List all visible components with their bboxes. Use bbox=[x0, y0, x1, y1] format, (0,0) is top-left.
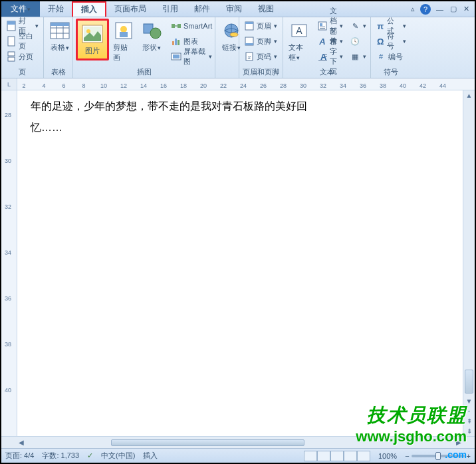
svg-rect-24 bbox=[178, 40, 179, 45]
textbox-button[interactable]: A 文本框▾ bbox=[286, 19, 312, 64]
svg-rect-26 bbox=[173, 55, 179, 58]
table-button[interactable]: 表格▾ bbox=[47, 19, 73, 54]
group-headerfooter: 页眉▾ 页脚▾ #页码▾ 页眉和页脚 bbox=[239, 17, 283, 78]
scroll-right-icon[interactable]: ▶ bbox=[455, 437, 463, 447]
chart-icon bbox=[171, 36, 181, 47]
svg-rect-23 bbox=[175, 39, 177, 45]
clipart-button[interactable]: 剪贴画 bbox=[110, 19, 137, 64]
group-symbols: π公式▾ Ω符号▾ #编号 符号 bbox=[371, 17, 411, 78]
browse-object-icon[interactable]: ◦ bbox=[467, 406, 472, 416]
dropcap-button[interactable]: A首字下沉▾ bbox=[315, 49, 345, 64]
window-minimize-icon[interactable]: — bbox=[435, 5, 445, 13]
ruler-horizontal[interactable]: L 24681012141618202224262830323436384042… bbox=[1, 78, 475, 90]
svg-rect-1 bbox=[7, 21, 15, 25]
scrollbar-horizontal-row: ◀ ▶ bbox=[1, 436, 475, 448]
prev-page-icon[interactable]: ⇞ bbox=[465, 416, 473, 426]
view-print-layout[interactable] bbox=[304, 451, 317, 461]
scroll-thumb-v[interactable] bbox=[465, 370, 473, 394]
svg-rect-22 bbox=[172, 41, 174, 45]
blank-page-button[interactable]: 空白页 bbox=[4, 34, 41, 49]
pagenum-button[interactable]: #页码▾ bbox=[242, 49, 279, 64]
number-button[interactable]: #编号 bbox=[374, 49, 408, 64]
smartart-icon bbox=[171, 21, 181, 31]
window-close-icon[interactable]: ✕ bbox=[462, 5, 471, 13]
scroll-thumb-h[interactable] bbox=[111, 439, 304, 446]
group-label-text: 文本 bbox=[286, 66, 368, 78]
number-icon: # bbox=[376, 51, 386, 62]
window-restore-icon[interactable]: ▢ bbox=[449, 5, 458, 13]
status-wordcount[interactable]: 字数: 1,733 bbox=[42, 451, 79, 461]
tab-view[interactable]: 视图 bbox=[250, 1, 282, 17]
svg-rect-40 bbox=[320, 28, 325, 29]
dropcap-icon: A bbox=[317, 51, 328, 62]
view-buttons bbox=[304, 451, 370, 461]
datetime-icon: 🕓 bbox=[350, 36, 360, 47]
scroll-left-icon[interactable]: ◀ bbox=[17, 437, 25, 447]
tab-layout[interactable]: 页面布局 bbox=[106, 1, 154, 17]
tab-mailings[interactable]: 邮件 bbox=[186, 1, 218, 17]
group-label-headerfooter: 页眉和页脚 bbox=[242, 66, 280, 78]
shapes-button[interactable]: 形状▾ bbox=[138, 19, 165, 54]
footer-button[interactable]: 页脚▾ bbox=[242, 34, 279, 49]
signature-button[interactable]: ✎▾ bbox=[348, 19, 368, 33]
svg-rect-19 bbox=[172, 24, 175, 28]
status-language[interactable]: 中文(中国) bbox=[101, 451, 135, 461]
page-break-button[interactable]: 分页 bbox=[4, 49, 41, 64]
view-fullscreen[interactable] bbox=[317, 451, 330, 461]
tab-references[interactable]: 引用 bbox=[154, 1, 186, 17]
svg-rect-4 bbox=[8, 57, 15, 61]
statusbar: 页面: 4/4 字数: 1,733 ✓ 中文(中国) 插入 100% − + bbox=[1, 448, 475, 463]
scrollbar-horizontal[interactable]: ◀ ▶ bbox=[17, 437, 463, 448]
group-illustrations: 图片 剪贴画 形状▾ SmartArt 图表 屏幕截图▾ 插图 bbox=[73, 17, 215, 78]
textbox-icon: A bbox=[289, 20, 310, 41]
group-label-illustrations: 插图 bbox=[76, 66, 212, 78]
view-outline[interactable] bbox=[344, 451, 357, 461]
status-proof-icon[interactable]: ✓ bbox=[87, 451, 93, 460]
scroll-up-icon[interactable]: ▲ bbox=[465, 90, 474, 100]
smartart-button[interactable]: SmartArt bbox=[169, 19, 214, 33]
next-page-icon[interactable]: ⇟ bbox=[465, 426, 473, 436]
ruler-vertical[interactable]: 2022242628303234363840 bbox=[1, 90, 17, 436]
tab-home[interactable]: 开始 bbox=[40, 1, 72, 17]
document-page[interactable]: 年的足迹，少年的梦想，带不走的是我对青石板路的美好回 忆…… bbox=[17, 90, 463, 436]
scrollbar-vertical[interactable]: ▲ ▼ ◦ ⇞ ⇟ bbox=[463, 90, 475, 436]
symbol-button[interactable]: Ω符号▾ bbox=[374, 34, 408, 49]
scroll-down-icon[interactable]: ▼ bbox=[465, 396, 474, 406]
screenshot-button[interactable]: 屏幕截图▾ bbox=[169, 49, 214, 64]
picture-icon bbox=[82, 23, 103, 45]
document-area: 2022242628303234363840 年的足迹，少年的梦想，带不走的是我… bbox=[1, 90, 475, 436]
ruler-corner: L bbox=[1, 78, 17, 90]
svg-rect-20 bbox=[178, 24, 181, 28]
quickparts-icon bbox=[317, 21, 328, 31]
picture-button[interactable]: 图片 bbox=[76, 19, 109, 60]
object-button[interactable]: ▦▾ bbox=[348, 49, 368, 64]
app-window: 文件▾ 开始 插入 页面布局 引用 邮件 审阅 视图 ▵ ? — ▢ ✕ 封面▾… bbox=[0, 0, 476, 464]
svg-text:A: A bbox=[296, 25, 302, 36]
document-text-line: 忆…… bbox=[31, 117, 449, 138]
wordart-icon: A bbox=[317, 36, 328, 47]
svg-rect-10 bbox=[51, 23, 69, 26]
tab-review[interactable]: 审阅 bbox=[218, 1, 250, 17]
svg-point-28 bbox=[230, 33, 238, 37]
ribbon-minimize-icon[interactable]: ▵ bbox=[410, 5, 416, 13]
svg-point-18 bbox=[150, 28, 161, 39]
svg-rect-30 bbox=[245, 22, 253, 24]
status-insertmode[interactable]: 插入 bbox=[143, 451, 158, 461]
status-page[interactable]: 页面: 4/4 bbox=[5, 451, 34, 461]
help-icon[interactable]: ? bbox=[420, 4, 431, 15]
zoom-in-button[interactable]: + bbox=[467, 452, 471, 460]
datetime-button[interactable]: 🕓 bbox=[348, 34, 368, 49]
view-web[interactable] bbox=[330, 451, 344, 461]
clipart-icon bbox=[113, 20, 134, 41]
svg-rect-3 bbox=[8, 52, 15, 56]
zoom-slider[interactable] bbox=[412, 455, 465, 457]
header-button[interactable]: 页眉▾ bbox=[242, 19, 279, 33]
view-draft[interactable] bbox=[357, 451, 370, 461]
table-icon bbox=[49, 20, 70, 41]
footer-icon bbox=[244, 36, 255, 47]
zoom-out-button[interactable]: − bbox=[405, 452, 409, 460]
zoom-level[interactable]: 100% bbox=[378, 452, 397, 460]
shapes-icon bbox=[141, 20, 162, 41]
tab-file[interactable]: 文件▾ bbox=[1, 1, 40, 17]
tab-insert[interactable]: 插入 bbox=[72, 1, 106, 17]
